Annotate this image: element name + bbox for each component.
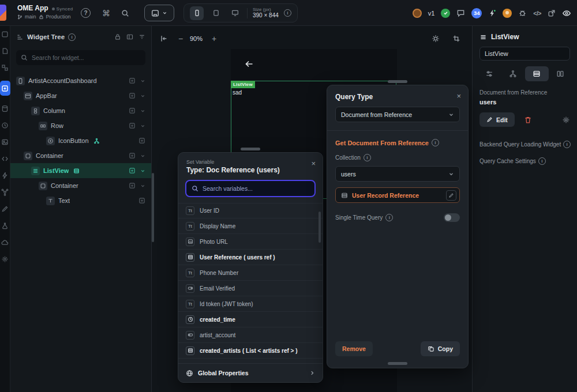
tree-row-column[interactable]: Column — [10, 103, 151, 118]
nav-settings-icon[interactable] — [1, 255, 9, 263]
tab-generated-code[interactable] — [549, 66, 572, 81]
nav-data-types-icon[interactable] — [1, 105, 9, 112]
command-palette-button[interactable]: ⌘ — [102, 0, 110, 26]
reference-value-field[interactable]: User Record Reference — [335, 187, 460, 203]
nav-widget-palette-icon[interactable] — [0, 81, 10, 96]
hints-status-icon[interactable] — [503, 9, 512, 18]
device-phone-button[interactable] — [190, 6, 204, 20]
variable-item[interactable]: created_artists ( List < artists ref > ) — [178, 343, 323, 359]
variable-item[interactable]: Email Verified — [178, 281, 323, 296]
breakpoint-dropdown[interactable] — [144, 5, 174, 21]
panel-layout-icon[interactable] — [126, 33, 133, 40]
chevron-down-icon[interactable] — [140, 93, 145, 99]
query-settings-gear-icon[interactable] — [562, 116, 570, 124]
variable-item[interactable]: TtDisplay Name — [178, 218, 323, 234]
chevron-down-icon[interactable] — [140, 123, 145, 129]
close-icon[interactable]: × — [456, 92, 461, 100]
global-properties-row[interactable]: Global Properties — [178, 363, 323, 382]
add-widget-icon[interactable] — [129, 167, 136, 174]
collection-info-icon[interactable]: i — [364, 154, 371, 161]
tree-row-container-2[interactable]: Container — [10, 178, 151, 193]
collapse-all-icon[interactable] — [138, 33, 145, 40]
query-type-select[interactable]: Document from Reference — [335, 107, 460, 122]
add-widget-icon[interactable] — [129, 122, 136, 129]
nav-tests-icon[interactable] — [1, 222, 9, 229]
single-time-info-icon[interactable]: i — [385, 214, 393, 221]
add-widget-icon[interactable] — [129, 77, 136, 84]
zoom-in-button[interactable]: + — [212, 34, 216, 43]
close-icon[interactable]: × — [311, 160, 316, 167]
remove-button[interactable]: Remove — [335, 341, 373, 356]
canvas-theme-icon[interactable] — [432, 35, 440, 43]
nav-automations-icon[interactable] — [1, 172, 9, 179]
nav-integrations-icon[interactable] — [1, 189, 9, 196]
edit-reference-icon[interactable] — [446, 190, 456, 201]
variable-item[interactable]: Photo URL — [178, 234, 323, 250]
dialog-drag-handle[interactable] — [388, 80, 407, 83]
lock-tree-icon[interactable] — [114, 33, 121, 40]
collection-select[interactable]: users — [335, 166, 460, 182]
back-arrow-icon[interactable] — [245, 59, 254, 69]
tree-row-listview-selected[interactable]: ListView — [10, 163, 151, 178]
chevron-down-icon[interactable] — [140, 183, 145, 189]
size-info-icon[interactable]: i — [284, 9, 291, 17]
collapse-panel-icon[interactable] — [160, 35, 168, 43]
loading-widget-info-icon[interactable]: i — [563, 141, 571, 148]
version-badge[interactable]: v1 — [428, 10, 435, 17]
copy-button[interactable]: Copy — [421, 341, 460, 356]
chevron-down-icon[interactable] — [140, 153, 145, 159]
comments-icon[interactable] — [456, 9, 465, 17]
add-widget-icon[interactable] — [129, 152, 136, 159]
widget-search-input[interactable] — [32, 54, 141, 61]
tab-actions[interactable] — [501, 66, 524, 81]
tree-row-iconbutton[interactable]: IconButton — [10, 133, 151, 148]
add-widget-icon[interactable] — [129, 92, 136, 99]
loading-widget-section[interactable]: Backend Query Loading Widget i — [479, 141, 570, 148]
add-widget-icon[interactable] — [138, 137, 145, 144]
tab-backend-query[interactable] — [525, 66, 549, 81]
dialog-scrollbar-thumb[interactable] — [319, 212, 321, 243]
search-button[interactable] — [121, 0, 129, 26]
preview-eye-icon[interactable] — [562, 9, 571, 18]
debug-bug-icon[interactable] — [518, 9, 527, 17]
edit-query-button[interactable]: Edit — [479, 112, 515, 127]
add-widget-icon[interactable] — [129, 107, 136, 114]
variable-item[interactable]: TtId token (JWT token) — [178, 296, 323, 312]
variable-item[interactable]: User Reference ( users ref ) — [178, 250, 323, 265]
status-check-icon[interactable] — [441, 9, 450, 18]
canvas-fit-icon[interactable] — [452, 35, 460, 43]
help-button[interactable]: ? — [81, 0, 91, 26]
device-tablet-button[interactable] — [209, 6, 223, 20]
dialog-drag-handle[interactable] — [388, 362, 407, 365]
widget-search-box[interactable] — [16, 50, 145, 65]
chevron-down-icon[interactable] — [140, 78, 145, 84]
dialog-drag-handle[interactable] — [241, 148, 260, 150]
share-export-icon[interactable] — [548, 9, 556, 17]
delete-query-icon[interactable] — [524, 116, 532, 124]
variable-item[interactable]: artist_account — [178, 327, 323, 343]
tree-row-container[interactable]: Container — [10, 148, 151, 163]
view-code-icon[interactable]: </> — [533, 10, 541, 17]
widget-name-input[interactable] — [485, 50, 567, 57]
chevron-down-icon[interactable] — [140, 168, 145, 174]
run-lightning-icon[interactable] — [488, 9, 496, 17]
notifications-badge[interactable]: 34 — [471, 8, 482, 18]
single-time-toggle[interactable] — [444, 213, 460, 222]
project-info[interactable]: OME App Synced main Production — [17, 4, 73, 20]
variable-search-box[interactable] — [185, 180, 316, 197]
variable-item[interactable]: TtUser ID — [178, 203, 323, 218]
tree-row-row[interactable]: Row — [10, 118, 151, 133]
widget-name-box[interactable] — [479, 47, 570, 61]
preview-text-widget[interactable]: sad — [233, 89, 242, 96]
query-cache-section[interactable]: Query Cache Settings i — [479, 157, 570, 165]
tab-properties[interactable] — [477, 66, 501, 81]
tree-row-appbar[interactable]: AppBar — [10, 88, 151, 103]
nav-pages-icon[interactable] — [1, 47, 9, 55]
nav-cloud-icon[interactable] — [1, 239, 9, 246]
tree-info-icon[interactable]: i — [68, 33, 76, 41]
nav-theme-icon[interactable] — [1, 205, 9, 213]
tree-scrollbar-thumb[interactable] — [152, 173, 154, 242]
tree-row-text[interactable]: Text — [10, 193, 151, 208]
zoom-out-button[interactable]: − — [178, 34, 183, 43]
nav-api-calls-icon[interactable] — [1, 155, 9, 163]
